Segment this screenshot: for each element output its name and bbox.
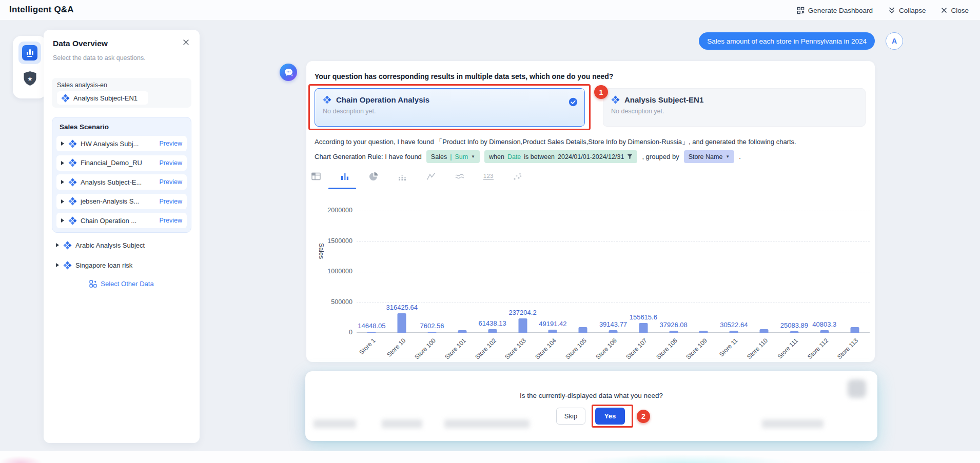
panel-close-icon[interactable]: [183, 39, 189, 46]
chevron-down-icon: ▼: [726, 154, 730, 159]
dataset-group-item-label: Analysis Subject-EN1: [73, 94, 138, 102]
header-actions: Generate Dashboard Collapse Close: [797, 0, 969, 21]
bar-value-label: 30522.64: [720, 321, 748, 329]
bar-store-109[interactable]: [699, 331, 708, 333]
filter-tag[interactable]: when Date is between 2024/01/01-2024/12/…: [484, 150, 637, 163]
scenario-item[interactable]: Chain Operation ...Preview: [56, 213, 187, 228]
scenario-item[interactable]: Analysis Subject-E...Preview: [56, 174, 187, 190]
pie-chart-icon[interactable]: [368, 171, 379, 182]
bar-store-112[interactable]: [820, 330, 829, 333]
grouped-by-text: , grouped by: [642, 153, 679, 160]
blurred-toolbar-item: [382, 419, 422, 428]
footer-strip: [0, 451, 980, 463]
x-tick-label: Store 103: [504, 337, 528, 361]
x-tick-label: Store 1: [358, 337, 377, 356]
caret-right-icon[interactable]: [61, 142, 64, 146]
bar-store-105[interactable]: [579, 327, 587, 333]
preview-link[interactable]: Preview: [160, 198, 182, 205]
bar-store-102[interactable]: [488, 329, 497, 333]
preview-link[interactable]: Preview: [160, 178, 182, 186]
group-field-dropdown[interactable]: Store Name ▼: [684, 150, 735, 163]
rule-period: .: [739, 153, 741, 160]
bar-store-101[interactable]: [458, 330, 466, 333]
generate-dashboard-button[interactable]: Generate Dashboard: [797, 7, 873, 14]
column-chart-icon[interactable]: [397, 171, 408, 182]
close-button[interactable]: Close: [941, 7, 969, 14]
analysis-subject-icon: [68, 158, 77, 167]
bar-store-103[interactable]: [518, 318, 527, 333]
bar-chart-icon[interactable]: [339, 171, 350, 182]
area-wave-chart-icon[interactable]: [454, 171, 465, 182]
x-tick-label: Store 105: [564, 337, 588, 361]
select-other-data-link[interactable]: Select Other Data: [44, 280, 200, 288]
bar-value-label: 49191.42: [539, 320, 566, 328]
collapse-icon: [888, 7, 895, 14]
svg-text:★: ★: [27, 75, 33, 83]
y-tick-label: 2000000: [310, 207, 352, 214]
caret-right-icon[interactable]: [61, 161, 64, 165]
bar-store-10[interactable]: [398, 313, 406, 333]
bar-store-111[interactable]: [790, 331, 798, 333]
table-chart-icon[interactable]: [310, 171, 322, 182]
bar-store-104[interactable]: [548, 330, 557, 333]
bar-store-1[interactable]: [367, 332, 376, 333]
gridline: [357, 241, 870, 242]
preview-link[interactable]: Preview: [160, 217, 182, 224]
data-overview-panel: Data Overview Select the data to ask que…: [44, 30, 200, 443]
rail-qa-tab[interactable]: [18, 42, 41, 64]
preview-link[interactable]: Preview: [160, 140, 182, 147]
bar-store-113[interactable]: [850, 327, 859, 333]
confirmation-question: Is the currently-displayed data what you…: [305, 392, 877, 399]
caret-right-icon[interactable]: [61, 180, 64, 184]
caret-right-icon[interactable]: [61, 218, 64, 223]
scenario-item[interactable]: Financial_Demo_RUPreview: [56, 155, 187, 171]
analysis-subject-icon: [63, 241, 72, 250]
bar-store-11[interactable]: [730, 331, 738, 333]
skip-button[interactable]: Skip: [556, 408, 585, 425]
preview-link[interactable]: Preview: [160, 159, 182, 167]
dataset-card-title: Chain Operation Analysis: [336, 95, 429, 104]
bar-store-110[interactable]: [760, 329, 769, 333]
caret-right-icon[interactable]: [56, 263, 59, 267]
other-subject-label: Arabic Analysis Subject: [75, 241, 145, 249]
bar-value-label: 7602.56: [420, 322, 444, 330]
other-subject-item[interactable]: Arabic Analysis Subject: [56, 237, 184, 253]
bar-store-100[interactable]: [428, 332, 437, 333]
app-title: Intelligent Q&A: [9, 5, 74, 15]
number-chart-icon[interactable]: 123: [483, 171, 494, 182]
dataset-card-analysis-subject-en1[interactable]: Analysis Subject-EN1 No description yet.: [603, 88, 866, 127]
gridline: [357, 211, 870, 211]
dataset-group-item[interactable]: Analysis Subject-EN1: [57, 91, 148, 105]
measure-dropdown[interactable]: Sales | Sum ▼: [426, 150, 480, 163]
scenario-item[interactable]: HW Analysis Subj...Preview: [56, 136, 187, 151]
dataset-card-chain-operation[interactable]: Chain Operation Analysis No description …: [315, 88, 585, 127]
analysis-subject-icon: [63, 261, 72, 270]
caret-right-icon[interactable]: [56, 243, 59, 247]
analysis-subject-icon: [68, 178, 77, 187]
analysis-subject-icon: [611, 95, 620, 104]
yes-button[interactable]: Yes: [595, 408, 625, 425]
other-subject-label: Singapore loan risk: [75, 261, 132, 269]
panel-subtitle: Select the data to ask questions.: [53, 54, 146, 62]
panel-title: Data Overview: [53, 39, 108, 48]
blurred-toolbar-item: [762, 419, 824, 428]
rail-badge-tab[interactable]: ★: [23, 71, 37, 86]
bar-store-106[interactable]: [609, 330, 618, 333]
x-tick-label: Store 110: [746, 337, 769, 360]
other-subject-item[interactable]: Singapore loan risk: [56, 257, 184, 273]
bar-store-108[interactable]: [669, 331, 678, 333]
analysis-subject-icon: [61, 94, 70, 103]
scenario-item[interactable]: jebsen-Analysis S...Preview: [56, 194, 187, 209]
annotation-badge-2: 2: [637, 410, 650, 423]
caret-right-icon[interactable]: [61, 199, 64, 204]
bar-store-107[interactable]: [639, 323, 648, 333]
x-tick-label: Store 111: [776, 337, 799, 360]
select-other-data-icon: [89, 280, 97, 288]
collapse-button[interactable]: Collapse: [888, 7, 926, 14]
line-chart-icon[interactable]: [425, 171, 437, 182]
blurred-toolbar-item: [444, 419, 530, 428]
active-tab-underline: [328, 188, 356, 189]
analysis-subject-icon: [68, 197, 77, 206]
bar-value-label: 37926.08: [660, 321, 688, 329]
scatter-chart-icon[interactable]: [512, 171, 523, 182]
